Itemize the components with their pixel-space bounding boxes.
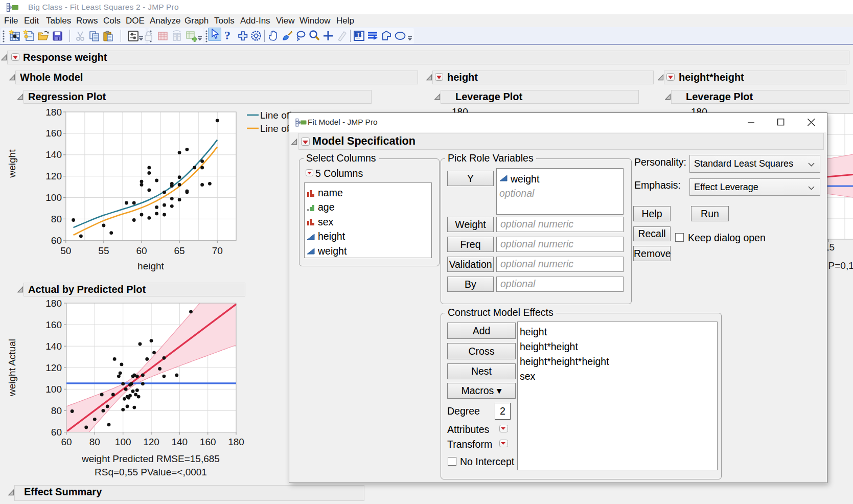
svg-text:120: 120 bbox=[45, 362, 62, 373]
svg-text:?: ? bbox=[224, 30, 230, 42]
svg-text:100: 100 bbox=[45, 192, 62, 203]
svg-text:weight Actual: weight Actual bbox=[7, 339, 17, 397]
svg-text:weight Predicted RMSE=15,685: weight Predicted RMSE=15,685 bbox=[81, 453, 220, 464]
svg-text:180: 180 bbox=[45, 107, 62, 118]
svg-text:50: 50 bbox=[60, 245, 71, 256]
svg-text:RSq=0,55 PValue=<,0001: RSq=0,55 PValue=<,0001 bbox=[95, 467, 207, 477]
svg-text:120: 120 bbox=[143, 437, 159, 447]
svg-text:height: height bbox=[137, 261, 164, 271]
svg-text:55: 55 bbox=[98, 245, 109, 256]
svg-text:160: 160 bbox=[45, 128, 62, 139]
svg-text:60: 60 bbox=[51, 235, 62, 246]
svg-text:140: 140 bbox=[45, 341, 62, 352]
svg-text:100: 100 bbox=[45, 384, 62, 395]
svg-text:100: 100 bbox=[115, 437, 131, 447]
svg-text:Line of: Line of bbox=[260, 123, 290, 134]
svg-text:T: T bbox=[357, 32, 360, 38]
svg-text:180: 180 bbox=[228, 437, 244, 447]
svg-text:weight: weight bbox=[7, 149, 17, 178]
svg-text:140: 140 bbox=[45, 149, 62, 160]
svg-text:, P=0,1: , P=0,1 bbox=[827, 260, 853, 271]
svg-text:80: 80 bbox=[51, 214, 62, 224]
svg-text:70: 70 bbox=[212, 245, 223, 256]
svg-text:65: 65 bbox=[174, 245, 185, 256]
svg-text:60: 60 bbox=[51, 427, 62, 438]
svg-text:60: 60 bbox=[136, 245, 147, 256]
svg-text:120: 120 bbox=[45, 171, 62, 181]
svg-text:140: 140 bbox=[171, 437, 188, 447]
svg-text:15: 15 bbox=[827, 242, 835, 253]
svg-text:80: 80 bbox=[89, 437, 100, 447]
svg-text:160: 160 bbox=[45, 319, 62, 330]
svg-text:60: 60 bbox=[61, 437, 72, 447]
svg-text:160: 160 bbox=[200, 437, 216, 447]
svg-text:180: 180 bbox=[45, 298, 62, 309]
svg-text:Line of: Line of bbox=[260, 110, 290, 121]
svg-text:80: 80 bbox=[51, 405, 62, 416]
